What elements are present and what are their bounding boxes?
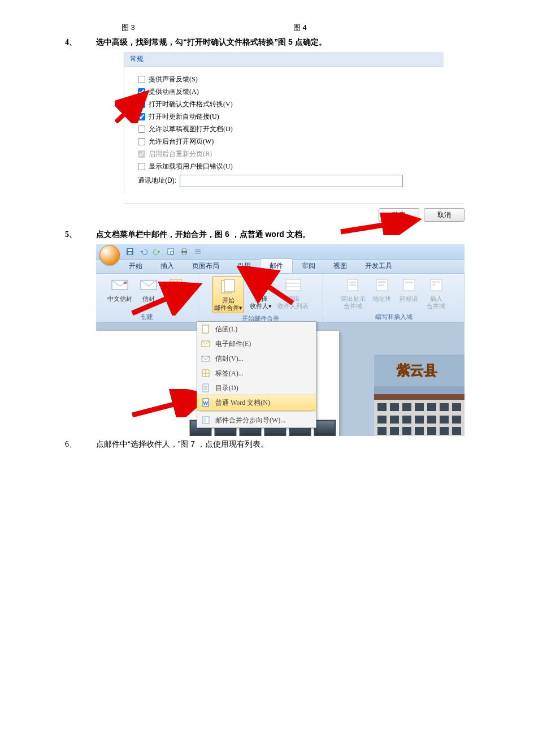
opt-bg-open-web-checkbox[interactable] [138,138,145,145]
figure-6-word-ribbon: 开始 插入 页面布局 引用 邮件 审阅 视图 开发工具 中文信封 [96,244,464,436]
btn-start-merge-label: 开始邮件合并▾ [214,297,242,312]
greeting-icon [400,276,418,294]
caption-fig3: 图 3 [121,23,135,33]
svg-rect-4 [128,252,132,254]
menu-labels-label: 标签(A)... [215,369,244,378]
svg-rect-27 [286,279,301,291]
tab-home[interactable]: 开始 [120,259,151,273]
svg-rect-71 [427,416,436,424]
menu-directory[interactable]: 目录(D) [197,381,316,395]
address-label: 通讯地址(D): [138,175,176,185]
btn-chinese-envelope[interactable]: 中文信封 [107,276,132,303]
opt-bg-open-web[interactable]: 允许后台打开网页(W) [138,137,444,146]
svg-rect-79 [440,427,449,435]
svg-rect-68 [390,416,399,424]
ok-button[interactable]: 确定 [379,208,419,222]
letters-icon [199,323,212,335]
qat-undo-icon[interactable] [138,246,149,257]
opt-addin-errors-label: 显示加载项用户接口错误(U) [149,162,233,171]
step-6: 6、 点邮件中“选择收件人，”图 7 ，点使用现有列表。 [65,439,534,450]
svg-rect-40 [437,281,440,283]
select-recipients-icon [252,276,270,294]
qat-print-icon[interactable] [179,246,190,257]
svg-rect-77 [415,427,424,435]
btn-labels[interactable]: 标签 [165,276,186,303]
opt-addin-errors-checkbox[interactable] [138,163,145,170]
svg-rect-65 [440,403,449,411]
opt-bg-open-web-label: 允许后台打开网页(W) [149,137,214,146]
start-merge-menu: 信函(L) 电子邮件(E) 信封(V)... 标签(A)... 目录(D) [197,321,316,428]
menu-labels[interactable]: 标签(A)... [197,366,316,381]
btn-greeting-label: 问候语 [400,295,418,303]
tab-developer[interactable]: 开发工具 [356,259,401,273]
svg-rect-80 [452,427,461,435]
qat-redo-icon[interactable] [151,246,163,257]
tab-mailings[interactable]: 邮件 [260,258,293,273]
svg-rect-3 [128,249,132,251]
svg-rect-20 [176,286,180,290]
step-5: 5、 点文档菜单栏中邮件，开始合并，图 6 ，点普通 word 文档。 [65,230,534,240]
opt-bg-repaginate: 启用后台重新分页(B) [138,149,444,159]
menu-email[interactable]: 电子邮件(E) [197,336,316,351]
menu-wizard[interactable]: 邮件合并分步向导(W)... [197,413,316,427]
svg-rect-74 [377,427,387,435]
btn-start-mail-merge[interactable]: 开始邮件合并▾ [212,276,244,313]
step-6-number: 6、 [65,439,96,450]
word-titlebar [96,244,464,260]
tab-references[interactable]: 引用 [228,259,260,273]
opt-addin-errors[interactable]: 显示加载项用户接口错误(U) [138,162,444,171]
svg-rect-61 [390,403,399,411]
svg-rect-11 [195,251,201,252]
step-4-number: 4、 [65,37,96,47]
start-merge-icon [219,278,237,296]
office-button-icon[interactable] [99,245,120,265]
svg-rect-75 [390,427,399,435]
opt-confirm-format-checkbox[interactable] [138,101,145,108]
qat-save-icon[interactable] [124,246,136,257]
qat-preview-icon[interactable] [165,246,176,257]
tab-view[interactable]: 视图 [324,259,356,273]
btn-labels-label: 标签 [170,295,182,303]
ribbon-tabs: 开始 插入 页面布局 引用 邮件 审阅 视图 开发工具 [96,260,464,274]
menu-normal-word-doc[interactable]: W 普通 Word 文档(N) [197,395,316,411]
qat-more-icon[interactable] [192,246,203,257]
menu-envelope[interactable]: 信封(V)... [197,351,316,366]
tab-review[interactable]: 审阅 [293,259,324,273]
svg-rect-41 [432,284,436,286]
btn-envelope[interactable]: 信封 [138,276,159,303]
svg-rect-34 [378,281,386,283]
menu-separator [199,411,314,412]
step-5-text: 点文档菜单栏中邮件，开始合并，图 6 ，点普通 word 文档。 [96,230,310,240]
opt-confirm-format[interactable]: 打开时确认文件格式转换(V) [138,100,444,109]
opt-update-links-checkbox[interactable] [138,113,145,120]
step-4-text: 选中高级，找到常规，勾“打开时确认文件格式转换”图 5 点确定。 [96,37,327,47]
opt-draft-view[interactable]: 允许以草稿视图打开文档(D) [138,124,444,134]
opt-anim-feedback-label: 提供动画反馈(A) [149,87,199,97]
figure-5-options: 常规 提供声音反馈(S) 提供动画反馈(A) 打开时确认文件格式转换(V) 打开… [124,52,464,226]
opt-sound-feedback-checkbox[interactable] [138,76,145,83]
opt-anim-feedback[interactable]: 提供动画反馈(A) [138,87,444,97]
svg-rect-36 [403,279,415,291]
menu-envelope-label: 信封(V)... [215,354,244,364]
opt-update-links[interactable]: 打开时更新自动链接(U) [138,112,444,122]
btn-highlight-fields: 突出显示合并域 [341,276,366,310]
opt-anim-feedback-checkbox[interactable] [138,88,145,96]
btn-address-block: 地址块 [371,276,393,303]
svg-rect-39 [432,281,436,283]
address-input[interactable] [180,175,403,187]
svg-rect-32 [349,284,356,286]
step-6-text: 点邮件中“选择收件人，”图 7 ，点使用现有列表。 [96,439,268,450]
menu-normal-word-doc-label: 普通 Word 文档(N) [215,398,270,408]
cancel-button[interactable]: 取消 [424,208,464,222]
menu-letters[interactable]: 信函(L) [197,322,316,336]
tab-insert[interactable]: 插入 [151,259,183,273]
options-list: 提供声音反馈(S) 提供动画反馈(A) 打开时确认文件格式转换(V) 打开时更新… [124,67,444,193]
btn-select-recipients[interactable]: 选择收件人▾ [250,276,272,310]
tab-page-layout[interactable]: 页面布局 [183,259,228,273]
svg-text:W: W [203,400,209,406]
btn-edit-recipients-label: 编辑收件人列表 [277,295,309,310]
envelope-menu-icon [199,353,212,364]
opt-draft-view-checkbox[interactable] [138,126,145,133]
opt-sound-feedback[interactable]: 提供声音反馈(S) [138,75,444,84]
ribbon-body: 中文信封 信封 标签 创建 [96,274,464,323]
